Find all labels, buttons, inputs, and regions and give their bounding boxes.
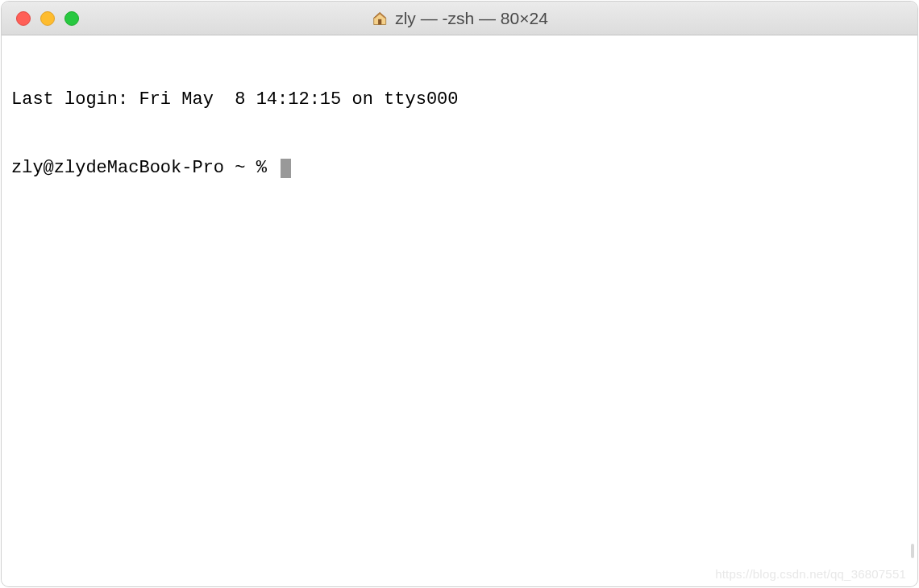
watermark: https://blog.csdn.net/qq_36807551	[715, 566, 906, 582]
scroll-indicator	[911, 544, 914, 558]
minimize-button[interactable]	[40, 11, 55, 26]
svg-rect-0	[378, 19, 381, 24]
prompt-line: zly@zlydeMacBook-Pro ~ %	[11, 157, 908, 180]
close-button[interactable]	[16, 11, 31, 26]
terminal-window: zly — -zsh — 80×24 Last login: Fri May 8…	[1, 1, 918, 587]
home-icon	[371, 10, 389, 27]
cursor	[281, 159, 291, 178]
titlebar[interactable]: zly — -zsh — 80×24	[2, 2, 917, 35]
traffic-lights	[16, 11, 79, 26]
terminal-body[interactable]: Last login: Fri May 8 14:12:15 on ttys00…	[2, 35, 917, 586]
window-title: zly — -zsh — 80×24	[395, 9, 548, 28]
last-login-line: Last login: Fri May 8 14:12:15 on ttys00…	[11, 89, 908, 111]
maximize-button[interactable]	[64, 11, 79, 26]
window-title-container: zly — -zsh — 80×24	[371, 9, 548, 28]
prompt-text: zly@zlydeMacBook-Pro ~ %	[11, 157, 277, 180]
